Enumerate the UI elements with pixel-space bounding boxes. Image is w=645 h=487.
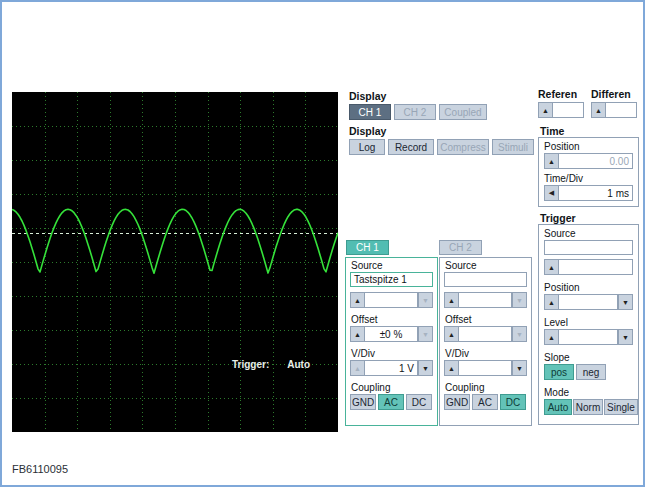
- trigger-position-down-arrow-button[interactable]: ▼: [618, 294, 633, 310]
- ch2-vdiv-spinner: ▲ ▼: [444, 360, 527, 376]
- trigger-position-spinner: ▲ ▼: [544, 294, 633, 310]
- trigger-source-up-arrow-button[interactable]: ▲: [544, 259, 559, 275]
- ch1-coupling-ac-button[interactable]: AC: [378, 394, 404, 410]
- timediv-value[interactable]: 1 ms: [559, 185, 633, 201]
- trigger-position-up-arrow-button[interactable]: ▲: [544, 294, 559, 310]
- ch2-source-spinner: ▲ ▼: [444, 292, 527, 308]
- trigger-level-value[interactable]: [559, 329, 618, 345]
- timediv-label: Time/Div: [544, 173, 583, 184]
- display-coupled-button: Coupled: [439, 104, 487, 120]
- slope-pos-button[interactable]: pos: [544, 364, 574, 380]
- time-position-spinner: ▲ 0.00: [544, 153, 633, 169]
- ch1-source-down-arrow-button: ▼: [418, 292, 433, 308]
- ch1-offset-label: Offset: [351, 314, 378, 325]
- reference-value-field[interactable]: [553, 102, 584, 118]
- oscilloscope-app: Trigger: Auto FB6110095 Display CH 1 CH …: [0, 0, 645, 487]
- ch1-source-field[interactable]: Tastspitze 1: [350, 272, 433, 287]
- mode-auto-button[interactable]: Auto: [544, 399, 572, 415]
- time-group-label: Time: [540, 125, 564, 137]
- ch2-offset-label: Offset: [445, 314, 472, 325]
- ch2-source-up-arrow-button[interactable]: ▲: [444, 292, 459, 308]
- ch1-vdiv-down-arrow-button[interactable]: ▼: [418, 360, 433, 376]
- display-ch1-button[interactable]: CH 1: [349, 104, 391, 120]
- mode-single-button[interactable]: Single: [604, 399, 638, 415]
- ch2-offset-spinner: ▲ ▼: [444, 326, 527, 342]
- trigger-position-value[interactable]: [559, 294, 618, 310]
- oscilloscope-screen: [12, 92, 338, 432]
- mode-norm-button[interactable]: Norm: [573, 399, 603, 415]
- compress-button: Compress: [437, 139, 489, 155]
- ch2-vdiv-down-arrow-button[interactable]: ▼: [512, 360, 527, 376]
- time-position-label: Position: [544, 141, 580, 152]
- display-mode-group-label: Display: [349, 125, 386, 137]
- ch1-vdiv-value[interactable]: 1 V: [365, 360, 418, 376]
- tab-ch2[interactable]: CH 2: [439, 240, 482, 255]
- scope-trigger-value: Auto: [287, 359, 310, 370]
- scope-trigger-label: Trigger:: [232, 359, 269, 370]
- ch2-offset-down-arrow-button: ▼: [512, 326, 527, 342]
- ch1-source-spinner: ▲ ▼: [350, 292, 433, 308]
- ch2-coupling-gnd-button[interactable]: GND: [444, 394, 470, 410]
- trigger-mode-label: Mode: [544, 387, 569, 398]
- figure-id-label: FB6110095: [12, 463, 68, 475]
- trigger-slope-label: Slope: [544, 352, 570, 363]
- ch1-offset-value[interactable]: ±0 %: [365, 326, 418, 342]
- difference-up-arrow-button[interactable]: ▲: [591, 102, 606, 118]
- ch2-vdiv-value[interactable]: [459, 360, 512, 376]
- trigger-source-field[interactable]: [544, 240, 633, 255]
- difference-selector: ▲: [591, 102, 637, 118]
- ch2-vdiv-up-arrow-button[interactable]: ▲: [444, 360, 459, 376]
- ch2-coupling-label: Coupling: [445, 382, 484, 393]
- ch1-vdiv-label: V/Div: [351, 348, 375, 359]
- ch2-source-field[interactable]: [444, 272, 527, 287]
- ch1-source-spin-field[interactable]: [365, 292, 418, 308]
- display-channel-group-label: Display: [349, 90, 386, 102]
- ch1-offset-spinner: ▲ ±0 % ▼: [350, 326, 433, 342]
- reference-selector: ▲: [538, 102, 584, 118]
- timediv-left-arrow-button[interactable]: ◀: [544, 185, 559, 201]
- reference-up-arrow-button[interactable]: ▲: [538, 102, 553, 118]
- log-button[interactable]: Log: [349, 139, 385, 155]
- ch1-source-label: Source: [351, 260, 383, 271]
- difference-label: Differen: [591, 88, 631, 100]
- display-ch2-button: CH 2: [394, 104, 436, 120]
- reference-label: Referen: [538, 88, 577, 100]
- ch2-coupling-dc-button[interactable]: DC: [500, 394, 526, 410]
- scope-trigger-status: Trigger: Auto: [232, 359, 310, 370]
- ch2-source-down-arrow-button: ▼: [512, 292, 527, 308]
- ch1-offset-up-arrow-button[interactable]: ▲: [350, 326, 365, 342]
- time-position-up-arrow-button[interactable]: ▲: [544, 153, 559, 169]
- record-button[interactable]: Record: [388, 139, 434, 155]
- trigger-level-up-arrow-button[interactable]: ▲: [544, 329, 559, 345]
- ch1-vdiv-spinner: ▲ 1 V ▼: [350, 360, 433, 376]
- ch2-source-label: Source: [445, 260, 477, 271]
- trigger-level-spinner: ▲ ▼: [544, 329, 633, 345]
- slope-neg-button[interactable]: neg: [576, 364, 606, 380]
- difference-value-field[interactable]: [606, 102, 637, 118]
- ch2-offset-up-arrow-button[interactable]: ▲: [444, 326, 459, 342]
- trigger-level-down-arrow-button[interactable]: ▼: [618, 329, 633, 345]
- stimuli-button: Stimuli: [492, 139, 534, 155]
- tab-ch1[interactable]: CH 1: [346, 240, 389, 255]
- ch2-coupling-ac-button[interactable]: AC: [472, 394, 498, 410]
- trigger-position-label: Position: [544, 282, 580, 293]
- ch2-vdiv-label: V/Div: [445, 348, 469, 359]
- ch2-source-spin-field[interactable]: [459, 292, 512, 308]
- ch1-vdiv-up-arrow-button: ▲: [350, 360, 365, 376]
- trigger-group-label: Trigger: [540, 212, 576, 224]
- trigger-source-spin-field[interactable]: [559, 259, 633, 275]
- ch1-source-up-arrow-button[interactable]: ▲: [350, 292, 365, 308]
- trigger-source-label: Source: [544, 228, 576, 239]
- ch1-offset-down-arrow-button: ▼: [418, 326, 433, 342]
- ch1-coupling-gnd-button[interactable]: GND: [350, 394, 376, 410]
- ch2-offset-value[interactable]: [459, 326, 512, 342]
- ch1-coupling-dc-button[interactable]: DC: [406, 394, 432, 410]
- trigger-level-label: Level: [544, 317, 568, 328]
- trigger-source-spinner: ▲: [544, 259, 633, 275]
- time-position-value[interactable]: 0.00: [559, 153, 633, 169]
- ch1-coupling-label: Coupling: [351, 382, 390, 393]
- timediv-spinner: ◀ 1 ms: [544, 185, 633, 201]
